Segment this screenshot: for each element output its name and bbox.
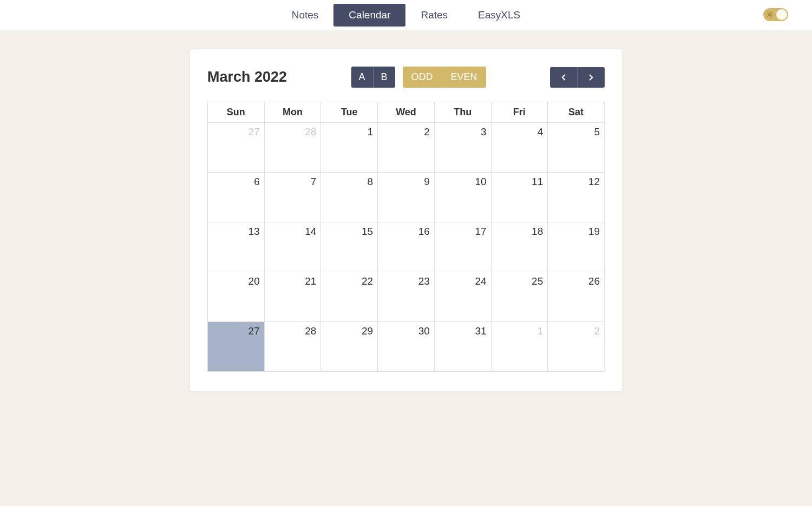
filter-odd-button[interactable]: ODD xyxy=(403,67,442,88)
svg-line-8 xyxy=(771,12,772,12)
toggle-knob xyxy=(776,9,787,20)
calendar-cell[interactable]: 28 xyxy=(264,322,321,372)
calendar-row: 13141516171819 xyxy=(208,222,605,272)
filter-ab-group: A B xyxy=(351,67,395,88)
calendar-cell[interactable]: 1 xyxy=(321,123,378,173)
calendar-cell[interactable]: 22 xyxy=(321,272,378,322)
calendar-cell[interactable]: 12 xyxy=(548,173,605,222)
calendar-cell[interactable]: 3 xyxy=(434,123,491,173)
calendar-cell[interactable]: 27 xyxy=(208,322,265,372)
calendar-cell[interactable]: 20 xyxy=(208,272,265,322)
day-header-tue: Tue xyxy=(321,102,378,123)
day-header-thu: Thu xyxy=(434,102,491,123)
calendar-cell[interactable]: 4 xyxy=(491,123,548,173)
calendar-cell[interactable]: 17 xyxy=(434,222,491,272)
filter-groups: A B ODD EVEN xyxy=(351,67,486,88)
theme-toggle[interactable] xyxy=(763,8,788,21)
prev-month-button[interactable] xyxy=(550,67,578,88)
calendar-cell[interactable]: 9 xyxy=(378,173,435,222)
chevron-right-icon xyxy=(586,72,596,83)
chevron-left-icon xyxy=(559,72,568,83)
calendar-header-row: Sun Mon Tue Wed Thu Fri Sat xyxy=(208,102,605,123)
calendar-cell[interactable]: 5 xyxy=(548,123,605,173)
calendar-cell[interactable]: 27 xyxy=(208,123,265,173)
topbar: Notes Calendar Rates EasyXLS xyxy=(0,0,812,31)
svg-line-7 xyxy=(767,16,768,17)
calendar-cell[interactable]: 19 xyxy=(548,222,605,272)
calendar-cell[interactable]: 25 xyxy=(491,272,548,322)
calendar-cell[interactable]: 24 xyxy=(434,272,491,322)
calendar-cell[interactable]: 23 xyxy=(378,272,435,322)
svg-line-4 xyxy=(771,16,772,17)
tab-calendar[interactable]: Calendar xyxy=(333,4,405,27)
filter-a-button[interactable]: A xyxy=(351,67,374,88)
day-header-wed: Wed xyxy=(378,102,435,123)
filter-parity-group: ODD EVEN xyxy=(403,67,486,88)
calendar-row: 20212223242526 xyxy=(208,272,605,322)
svg-point-0 xyxy=(769,14,771,16)
calendar-cell[interactable]: 2 xyxy=(378,123,435,173)
nav-tabs: Notes Calendar Rates EasyXLS xyxy=(277,4,536,27)
calendar-row: 272812345 xyxy=(208,123,605,173)
svg-line-3 xyxy=(767,12,768,12)
calendar-grid: Sun Mon Tue Wed Thu Fri Sat 272812345678… xyxy=(207,102,605,372)
next-month-button[interactable] xyxy=(578,67,605,88)
calendar-cell[interactable]: 8 xyxy=(321,173,378,222)
calendar-card: March 2022 A B ODD EVEN xyxy=(190,49,622,391)
calendar-cell[interactable]: 18 xyxy=(491,222,548,272)
calendar-cell[interactable]: 15 xyxy=(321,222,378,272)
calendar-cell[interactable]: 21 xyxy=(264,272,321,322)
calendar-cell[interactable]: 28 xyxy=(264,123,321,173)
month-nav-group xyxy=(550,67,605,88)
sun-icon xyxy=(766,11,774,18)
calendar-cell[interactable]: 29 xyxy=(321,322,378,372)
calendar-cell[interactable]: 11 xyxy=(491,173,548,222)
day-header-sat: Sat xyxy=(548,102,605,123)
day-header-sun: Sun xyxy=(208,102,265,123)
calendar-cell[interactable]: 2 xyxy=(548,322,605,372)
month-title: March 2022 xyxy=(207,69,287,86)
calendar-cell[interactable]: 13 xyxy=(208,222,265,272)
calendar-cell[interactable]: 14 xyxy=(264,222,321,272)
calendar-cell[interactable]: 26 xyxy=(548,272,605,322)
calendar-cell[interactable]: 6 xyxy=(208,173,265,222)
calendar-cell[interactable]: 16 xyxy=(378,222,435,272)
tab-notes[interactable]: Notes xyxy=(277,4,334,27)
calendar-cell[interactable]: 7 xyxy=(264,173,321,222)
card-header: March 2022 A B ODD EVEN xyxy=(207,67,605,88)
filter-even-button[interactable]: EVEN xyxy=(442,67,486,88)
calendar-cell[interactable]: 1 xyxy=(491,322,548,372)
calendar-cell[interactable]: 31 xyxy=(434,322,491,372)
tab-rates[interactable]: Rates xyxy=(405,4,463,27)
calendar-cell[interactable]: 30 xyxy=(378,322,435,372)
calendar-cell[interactable]: 10 xyxy=(434,173,491,222)
calendar-row: 6789101112 xyxy=(208,173,605,222)
theme-toggle-wrap xyxy=(763,8,788,21)
day-header-mon: Mon xyxy=(264,102,321,123)
filter-b-button[interactable]: B xyxy=(374,67,395,88)
day-header-fri: Fri xyxy=(491,102,548,123)
calendar-row: 272829303112 xyxy=(208,322,605,372)
tab-easyxls[interactable]: EasyXLS xyxy=(463,4,535,27)
